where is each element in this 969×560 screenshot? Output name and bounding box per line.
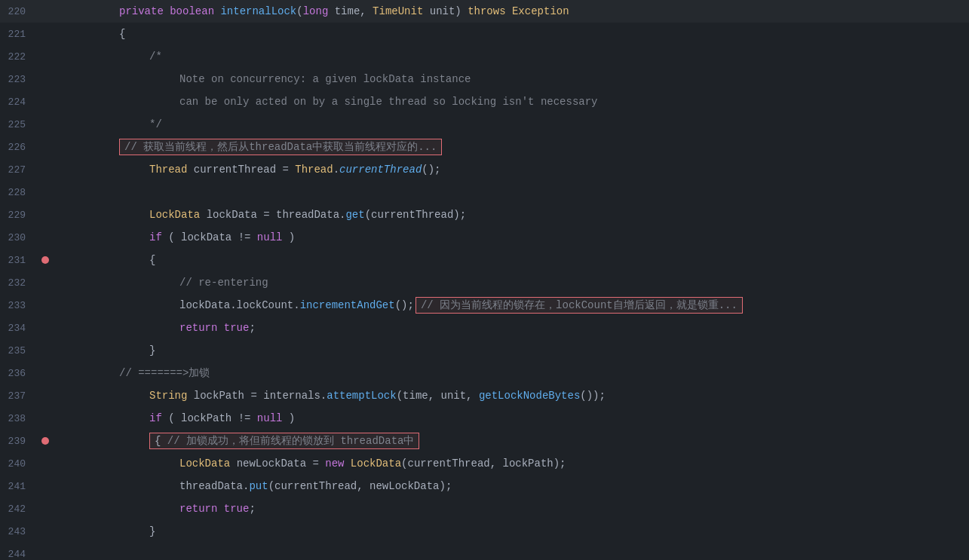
line-content-220: private boolean internalLock(long time, … xyxy=(53,0,969,23)
line-content-227: Thread currentThread = Thread.currentThr… xyxy=(53,158,969,181)
token: /* xyxy=(149,50,162,63)
token: (currentThread); xyxy=(365,209,466,221)
token: private xyxy=(119,5,170,17)
code-line-242: 242 return true; xyxy=(0,497,969,520)
token: attemptLock xyxy=(327,390,396,402)
token-comment-zh-226: // 获取当前线程，然后从threadData中获取当前线程对应的... xyxy=(124,141,437,153)
line-content-239: { // 加锁成功，将但前线程的锁放到 threadData中 xyxy=(53,430,969,452)
token: Exception xyxy=(512,5,569,17)
token: true xyxy=(224,322,250,334)
breakpoint-239 xyxy=(41,437,49,445)
line-number-224: 224 xyxy=(0,96,38,108)
line-content-237: String lockPath = internals.attemptLock(… xyxy=(53,384,969,407)
code-line-222: 222 /* xyxy=(0,45,969,68)
token: ()); xyxy=(580,390,606,402)
token-comment-zh-239: // 加锁成功，将但前线程的锁放到 threadData中 xyxy=(167,435,415,447)
token: Thread xyxy=(295,164,333,176)
token: LockData xyxy=(149,209,207,221)
token: Note on concurrency: a given lockData in… xyxy=(179,73,471,85)
gutter-239 xyxy=(38,437,53,445)
line-number-222: 222 xyxy=(0,51,38,63)
token: } xyxy=(149,525,155,537)
code-line-236: 236 // =======>加锁 xyxy=(0,362,969,384)
code-line-229: 229 LockData lockData = threadData.get(c… xyxy=(0,203,969,226)
token: put xyxy=(249,480,268,492)
token: (currentThread, newLockData); xyxy=(268,480,452,492)
token-comment-zh-233: // 因为当前线程的锁存在，lockCount自增后返回，就是锁重... xyxy=(421,299,737,311)
token: threadData. xyxy=(179,480,249,492)
token: . xyxy=(333,164,339,176)
code-line-234: 234 return true; xyxy=(0,317,969,339)
token: String xyxy=(149,390,194,402)
line-number-238: 238 xyxy=(0,413,38,424)
code-line-239: 239 { // 加锁成功，将但前线程的锁放到 threadData中 xyxy=(0,430,969,452)
line-content-224: can be only acted on by a single thread … xyxy=(53,90,969,113)
code-line-235: 235 } xyxy=(0,339,969,362)
token: } xyxy=(149,344,155,357)
token: unit) xyxy=(430,5,468,17)
line-number-227: 227 xyxy=(0,164,38,176)
token: lockData = xyxy=(207,209,276,221)
token: newLockData = xyxy=(237,457,326,470)
token: time, xyxy=(335,5,373,17)
code-line-238: 238 if ( lockPath != null ) xyxy=(0,407,969,430)
token: { xyxy=(119,28,125,40)
code-line-221: 221 { xyxy=(0,23,969,45)
line-number-234: 234 xyxy=(0,323,38,334)
line-content-243: } xyxy=(53,520,969,543)
line-content-230: if ( lockData != null ) xyxy=(53,226,969,249)
line-number-235: 235 xyxy=(0,345,38,357)
code-line-240: 240 LockData newLockData = new LockData(… xyxy=(0,452,969,475)
line-number-220: 220 xyxy=(0,6,38,17)
token: ( xyxy=(296,5,302,17)
token: throws xyxy=(468,5,512,17)
token: // =======>加锁 xyxy=(119,367,210,379)
token: currentThread xyxy=(339,164,422,176)
code-line-233: 233 lockData.lockCount.incrementAndGet()… xyxy=(0,294,969,317)
line-content-234: return true; xyxy=(53,317,969,339)
token: (time, unit, xyxy=(397,390,479,402)
line-content-221: { xyxy=(53,23,969,45)
code-line-244: 244 xyxy=(0,543,969,560)
token: can be only acted on by a single thread … xyxy=(179,96,598,108)
token: return xyxy=(179,322,224,334)
line-content-229: LockData lockData = threadData.get(curre… xyxy=(53,203,969,226)
token: if xyxy=(149,231,168,243)
code-line-228: 228 xyxy=(0,181,969,203)
token: new xyxy=(325,457,351,470)
line-content-232: // re-entering xyxy=(53,271,969,294)
token: LockData xyxy=(179,457,237,470)
line-number-226: 226 xyxy=(0,142,38,153)
code-line-223: 223 Note on concurrency: a given lockDat… xyxy=(0,68,969,90)
token: */ xyxy=(149,118,162,130)
token: LockData xyxy=(351,457,401,470)
token: true xyxy=(224,503,250,515)
line-number-236: 236 xyxy=(0,368,38,379)
line-number-244: 244 xyxy=(0,549,38,560)
line-content-225: */ xyxy=(53,113,969,136)
token: null xyxy=(257,231,289,243)
token: threadData. xyxy=(276,209,345,221)
line-content-223: Note on concurrency: a given lockData in… xyxy=(53,68,969,90)
line-content-242: return true; xyxy=(53,497,969,520)
token: lockData.lockCount. xyxy=(179,299,300,311)
line-content-228 xyxy=(53,181,969,203)
line-number-240: 240 xyxy=(0,458,38,470)
token: ) xyxy=(289,412,295,424)
line-content-244 xyxy=(53,543,969,560)
token: return xyxy=(179,503,224,515)
token: boolean xyxy=(170,5,220,17)
token: { xyxy=(149,254,155,266)
line-content-231: { xyxy=(53,249,969,271)
token: incrementAndGet xyxy=(300,299,395,311)
code-line-241: 241 threadData.put(currentThread, newLoc… xyxy=(0,475,969,497)
line-number-241: 241 xyxy=(0,481,38,492)
code-line-231: 231 { xyxy=(0,249,969,271)
line-number-237: 237 xyxy=(0,390,38,402)
token: ( lockPath != xyxy=(168,412,257,424)
line-number-233: 233 xyxy=(0,300,38,311)
code-line-232: 232 // re-entering xyxy=(0,271,969,294)
line-number-232: 232 xyxy=(0,277,38,289)
token: lockPath = internals. xyxy=(194,390,327,402)
code-line-243: 243 } xyxy=(0,520,969,543)
